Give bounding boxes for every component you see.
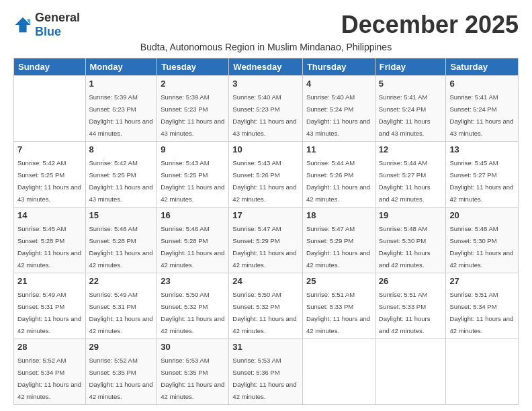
header-cell-sunday: Sunday [14,58,86,76]
day-cell: 13Sunrise: 5:45 AMSunset: 5:27 PMDayligh… [446,142,519,208]
day-info: Sunrise: 5:45 AMSunset: 5:27 PMDaylight:… [449,159,513,203]
day-number: 21 [17,276,82,286]
day-info: Sunrise: 5:40 AMSunset: 5:24 PMDaylight:… [306,93,370,137]
logo-icon [13,15,32,34]
day-number: 18 [306,210,371,220]
day-number: 16 [161,210,225,220]
header-cell-tuesday: Tuesday [157,58,229,76]
day-cell [375,339,446,405]
week-row-5: 28Sunrise: 5:52 AMSunset: 5:34 PMDayligh… [14,339,519,405]
day-number: 15 [89,210,154,220]
day-info: Sunrise: 5:49 AMSunset: 5:31 PMDaylight:… [89,291,153,334]
day-info: Sunrise: 5:47 AMSunset: 5:29 PMDaylight:… [306,225,370,269]
day-info: Sunrise: 5:44 AMSunset: 5:27 PMDaylight:… [379,159,431,203]
day-number: 10 [232,144,299,154]
day-number: 29 [89,342,154,352]
day-number: 31 [232,342,299,352]
day-cell: 3Sunrise: 5:40 AMSunset: 5:23 PMDaylight… [229,76,303,142]
logo: General Blue [13,11,80,39]
day-cell: 18Sunrise: 5:47 AMSunset: 5:29 PMDayligh… [302,208,375,273]
header: General Blue December 2025 [13,11,519,39]
day-cell: 2Sunrise: 5:39 AMSunset: 5:23 PMDaylight… [157,76,229,142]
day-info: Sunrise: 5:51 AMSunset: 5:34 PMDaylight:… [449,291,513,334]
header-cell-saturday: Saturday [446,58,519,76]
day-number: 25 [306,276,371,286]
day-info: Sunrise: 5:46 AMSunset: 5:28 PMDaylight:… [161,225,224,269]
day-cell: 31Sunrise: 5:53 AMSunset: 5:36 PMDayligh… [229,339,303,405]
header-cell-monday: Monday [85,58,157,76]
day-cell: 8Sunrise: 5:42 AMSunset: 5:25 PMDaylight… [85,142,157,208]
logo-text: General Blue [35,11,80,39]
day-cell [302,339,375,405]
day-number: 11 [306,144,371,154]
header-row: SundayMondayTuesdayWednesdayThursdayFrid… [14,58,519,76]
logo-general: General [35,11,80,24]
day-info: Sunrise: 5:43 AMSunset: 5:25 PMDaylight:… [161,159,224,203]
day-cell: 30Sunrise: 5:53 AMSunset: 5:35 PMDayligh… [157,339,229,405]
week-row-1: 1Sunrise: 5:39 AMSunset: 5:23 PMDaylight… [14,76,519,142]
day-info: Sunrise: 5:52 AMSunset: 5:34 PMDaylight:… [17,357,81,400]
day-number: 22 [89,276,154,286]
week-row-2: 7Sunrise: 5:42 AMSunset: 5:25 PMDaylight… [14,142,519,208]
day-info: Sunrise: 5:53 AMSunset: 5:36 PMDaylight:… [232,357,296,400]
month-title: December 2025 [341,11,519,39]
day-info: Sunrise: 5:41 AMSunset: 5:24 PMDaylight:… [449,93,513,137]
day-info: Sunrise: 5:48 AMSunset: 5:30 PMDaylight:… [449,225,513,269]
day-number: 8 [89,144,154,154]
day-cell: 4Sunrise: 5:40 AMSunset: 5:24 PMDaylight… [302,76,375,142]
day-info: Sunrise: 5:52 AMSunset: 5:35 PMDaylight:… [89,357,153,400]
day-info: Sunrise: 5:43 AMSunset: 5:26 PMDaylight:… [232,159,296,203]
header-cell-friday: Friday [375,58,446,76]
day-number: 14 [17,210,82,220]
day-number: 7 [17,144,82,154]
day-cell: 14Sunrise: 5:45 AMSunset: 5:28 PMDayligh… [14,208,86,273]
day-info: Sunrise: 5:45 AMSunset: 5:28 PMDaylight:… [17,225,81,269]
day-info: Sunrise: 5:39 AMSunset: 5:23 PMDaylight:… [161,93,224,137]
day-info: Sunrise: 5:48 AMSunset: 5:30 PMDaylight:… [379,225,431,269]
day-number: 12 [379,144,443,154]
day-number: 4 [306,79,371,89]
day-cell: 1Sunrise: 5:39 AMSunset: 5:23 PMDaylight… [85,76,157,142]
day-number: 5 [379,79,443,89]
day-info: Sunrise: 5:51 AMSunset: 5:33 PMDaylight:… [379,291,431,334]
calendar-table: SundayMondayTuesdayWednesdayThursdayFrid… [13,58,519,405]
day-cell: 15Sunrise: 5:46 AMSunset: 5:28 PMDayligh… [85,208,157,273]
day-info: Sunrise: 5:46 AMSunset: 5:28 PMDaylight:… [89,225,153,269]
day-number: 1 [89,79,154,89]
day-number: 27 [449,276,515,286]
day-info: Sunrise: 5:44 AMSunset: 5:26 PMDaylight:… [306,159,370,203]
day-cell: 9Sunrise: 5:43 AMSunset: 5:25 PMDaylight… [157,142,229,208]
day-cell: 28Sunrise: 5:52 AMSunset: 5:34 PMDayligh… [14,339,86,405]
day-cell: 25Sunrise: 5:51 AMSunset: 5:33 PMDayligh… [302,273,375,339]
day-cell [14,76,86,142]
day-cell: 6Sunrise: 5:41 AMSunset: 5:24 PMDaylight… [446,76,519,142]
day-cell: 17Sunrise: 5:47 AMSunset: 5:29 PMDayligh… [229,208,303,273]
day-info: Sunrise: 5:39 AMSunset: 5:23 PMDaylight:… [89,93,153,137]
day-number: 3 [232,79,299,89]
day-cell: 19Sunrise: 5:48 AMSunset: 5:30 PMDayligh… [375,208,446,273]
day-cell: 5Sunrise: 5:41 AMSunset: 5:24 PMDaylight… [375,76,446,142]
day-cell: 7Sunrise: 5:42 AMSunset: 5:25 PMDaylight… [14,142,86,208]
day-cell: 29Sunrise: 5:52 AMSunset: 5:35 PMDayligh… [85,339,157,405]
day-number: 19 [379,210,443,220]
day-info: Sunrise: 5:42 AMSunset: 5:25 PMDaylight:… [89,159,153,203]
page: General Blue December 2025 Budta, Autono… [0,0,532,411]
day-number: 9 [161,144,225,154]
day-number: 17 [232,210,299,220]
week-row-4: 21Sunrise: 5:49 AMSunset: 5:31 PMDayligh… [14,273,519,339]
day-cell: 10Sunrise: 5:43 AMSunset: 5:26 PMDayligh… [229,142,303,208]
day-info: Sunrise: 5:41 AMSunset: 5:24 PMDaylight:… [379,93,431,137]
day-info: Sunrise: 5:49 AMSunset: 5:31 PMDaylight:… [17,291,81,334]
day-number: 30 [161,342,225,352]
day-info: Sunrise: 5:50 AMSunset: 5:32 PMDaylight:… [161,291,224,334]
subtitle: Budta, Autonomous Region in Muslim Minda… [13,42,519,52]
day-cell: 16Sunrise: 5:46 AMSunset: 5:28 PMDayligh… [157,208,229,273]
day-info: Sunrise: 5:47 AMSunset: 5:29 PMDaylight:… [232,225,296,269]
day-cell [446,339,519,405]
day-info: Sunrise: 5:51 AMSunset: 5:33 PMDaylight:… [306,291,370,334]
day-cell: 23Sunrise: 5:50 AMSunset: 5:32 PMDayligh… [157,273,229,339]
day-number: 24 [232,276,299,286]
day-info: Sunrise: 5:50 AMSunset: 5:32 PMDaylight:… [232,291,296,334]
header-cell-thursday: Thursday [302,58,375,76]
day-number: 26 [379,276,443,286]
